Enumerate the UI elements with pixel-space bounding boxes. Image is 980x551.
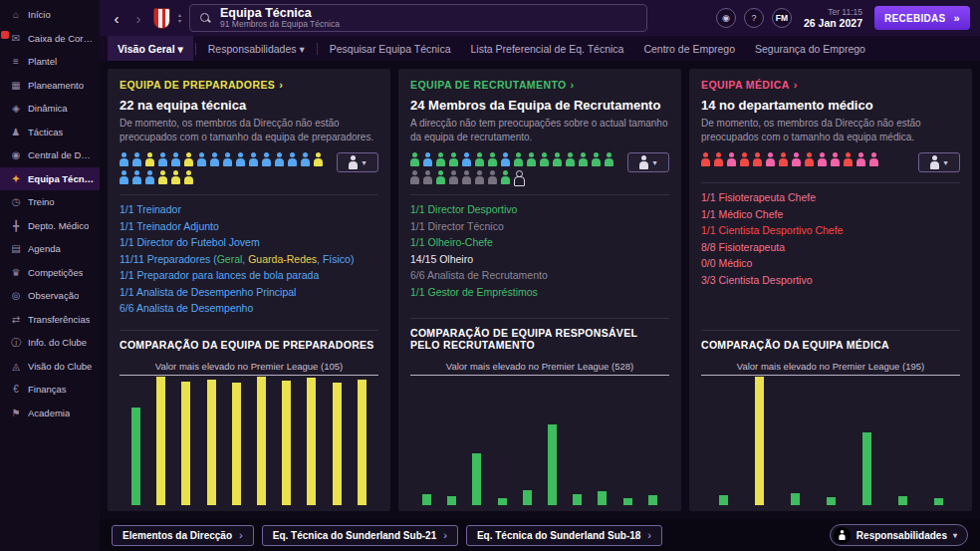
tab-centro-de-emprego[interactable]: Centro de Emprego [633,36,745,61]
club-crest[interactable] [153,8,170,29]
club-switcher[interactable]: ▴ ▾ [178,12,181,24]
staff-role-count[interactable]: 1/1 Olheiro-Chefe [410,236,669,248]
staff-filter-dropdown[interactable]: ▾ [627,152,669,172]
staff-role-count[interactable]: 1/1 Gestor de Empréstimos [410,286,669,298]
sidebar-item-dinamica[interactable]: ◈Dinâmica [0,97,100,121]
back-icon[interactable]: ‹ [110,10,123,27]
staff-person-icon [132,170,141,184]
sidebar-item-central-de-dados[interactable]: ◉Central de Dados [0,143,100,167]
sidebar-item-depto-medico[interactable]: ╋Depto. Médico [0,214,100,238]
page-title: Equipa Técnica [220,6,340,20]
staff-role-count[interactable]: 8/8 Fisioterapeuta [701,241,960,253]
staff-role-count[interactable]: 1/1 Fisioterapeuta Chefe [701,191,960,203]
tab-lista-preferencial-de-eq-tecnica[interactable]: Lista Preferencial de Eq. Técnica [461,36,634,61]
staff-person-icon [158,170,167,184]
staff-role-count[interactable]: 0/0 Médico [701,257,960,269]
role-label-segment: 8/8 Fisioterapeuta [701,241,785,253]
inbox-button[interactable]: RECEBIDAS » [874,6,970,30]
medical-team-heading[interactable]: EQUIPA MÉDICA › [701,79,960,91]
sidebar-item-agenda[interactable]: ▤Agenda [0,237,100,261]
board-members-button[interactable]: Elementos da Direcção › [112,525,254,546]
staff-count: 22 na equipa técnica [120,98,378,113]
staff-icons-row: ▾ [701,152,960,172]
staff-role-count[interactable]: 1/1 Preparador para lances de bola parad… [120,269,378,281]
role-list: 1/1 Director Desportivo1/1 Director Técn… [410,203,669,298]
main-area: ‹ › ▴ ▾ Equipa Técnica 91 Membros da Equ… [100,0,980,551]
sidebar-item-tacticas[interactable]: ♟Tácticas [0,121,100,144]
tab-seguranca-do-emprego[interactable]: Segurança do Emprego [745,36,875,61]
staff-role-count[interactable]: 1/1 Treinador Adjunto [120,220,378,232]
staff-role-count[interactable]: 1/1 Cientista Desportivo Chefe [701,224,960,236]
world-icon[interactable]: ◉ [716,8,736,28]
staff-filter-dropdown[interactable]: ▾ [918,152,960,172]
sidebar-item-caixa-de-correio[interactable]: ✉Caixa de Correio [0,27,100,51]
sidebar-item-transferencias[interactable]: ⇄Transferências [0,308,100,332]
sidebar-item-info-do-clube[interactable]: ⓘInfo. do Clube [0,331,100,355]
inbox-button-label: RECEBIDAS [884,13,946,24]
sidebar-item-label: Depto. Médico [28,220,89,231]
sidebar-item-treino[interactable]: ◷Treino [0,190,100,214]
tab-visao-geral[interactable]: Visão Geral ▾ [108,36,193,61]
coaching-team-heading[interactable]: EQUIPA DE PREPARADORES › [120,79,378,91]
title-block: Equipa Técnica 91 Membros da Equipa Técn… [220,6,340,30]
forward-icon[interactable]: › [131,10,145,27]
staff-role-count[interactable]: 1/1 Treinador [120,203,378,215]
staff-filter-dropdown[interactable]: ▾ [337,152,378,172]
staff-icons-row: ▾ [410,152,669,184]
chevron-right-icon: › [647,529,651,541]
comparison-title: COMPARAÇÃO DA EQUIPA MÉDICA [701,339,960,351]
staff-role-count[interactable]: 14/15 Olheiro [410,253,669,265]
role-label-segment: Físico [323,253,351,265]
divider [701,182,960,183]
chart-max-annotation: Valor mais elevado no Premier League (19… [701,361,960,372]
search-icon[interactable] [200,13,211,24]
staff-role-count[interactable]: 3/3 Cientista Desportivo [701,274,960,286]
sidebar-item-observacao[interactable]: ◎Observação [0,284,100,308]
date-text: 26 Jan 2027 [804,17,862,30]
role-label-segment: 1/1 Gestor de Empréstimos [410,286,538,298]
chart-bar [934,498,943,505]
sidebar-item-competicoes[interactable]: ♛Competições [0,261,100,285]
staff-role-count[interactable]: 6/6 Analista de Desempenho [120,302,378,314]
staff-role-count[interactable]: 1/1 Director Técnico [410,220,669,232]
fm-logo-icon[interactable]: FM [772,8,792,28]
help-icon[interactable]: ? [744,8,764,28]
staff-role-count[interactable]: 1/1 Director do Futebol Jovem [120,236,378,248]
sidebar-item-planeamento[interactable]: ▦Planeamento [0,74,100,98]
divider [120,330,378,331]
title-search-box[interactable]: Equipa Técnica 91 Membros da Equipa Técn… [189,4,647,32]
chart-max-annotation: Valor mais elevado no Premier League (10… [120,361,378,372]
staff-person-icon [792,152,801,166]
staff-role-count[interactable]: 1/1 Director Desportivo [410,203,669,215]
u18-staff-button[interactable]: Eq. Técnica do Sunderland Sub-18 › [466,525,662,546]
sidebar-item-visao-do-clube[interactable]: ◬Visão do Clube [0,355,100,379]
sidebar-item-label: Planeamento [28,80,84,91]
caret-down-icon: ▾ [953,531,957,540]
top-bar: ‹ › ▴ ▾ Equipa Técnica 91 Membros da Equ… [100,0,980,36]
sidebar-item-inicio[interactable]: ⌂Início [0,3,100,27]
staff-person-icon [410,152,419,166]
tab-responsabilidades[interactable]: Responsabilidades ▾ [198,36,315,61]
staff-role-count[interactable]: 11/11 Preparadores (Geral, Guarda-Redes,… [120,253,378,265]
panel-recruitment-team: EQUIPA DE RECRUTAMENTO › 24 Membros da E… [398,69,681,511]
role-label-segment: 1/1 Olheiro-Chefe [410,236,493,248]
staff-role-count[interactable]: 1/1 Médico Chefe [701,208,960,220]
staff-role-count[interactable]: 1/1 Analista de Desempenho Principal [120,286,378,298]
sidebar-item-plantel[interactable]: ≡Plantel [0,50,100,74]
sidebar-item-financas[interactable]: €Finanças [0,378,100,402]
u21-staff-button[interactable]: Eq. Técnica do Sunderland Sub-21 › [262,525,458,546]
staff-role-count[interactable]: 6/6 Analista de Recrutamento [410,269,669,281]
tactics-icon: ♟ [10,127,22,138]
tab-pesquisar-equipa-tecnica[interactable]: Pesquisar Equipa Técnica [320,36,461,61]
staff-person-icon [475,152,484,166]
responsibilities-dropdown[interactable]: Responsabilidades ▾ [830,524,968,546]
panel-coaching-team: EQUIPA DE PREPARADORES › 22 na equipa té… [108,69,390,511]
staff-person-icon [236,152,245,166]
panel-heading-label: EQUIPA DE RECRUTAMENTO [410,79,567,91]
chart-bar [862,432,871,505]
sidebar-item-academia[interactable]: ⚑Academia [0,402,100,425]
staff-person-icon [844,152,853,166]
staff-person-icon [701,152,710,166]
recruitment-team-heading[interactable]: EQUIPA DE RECRUTAMENTO › [410,79,669,91]
sidebar-item-equipa-tecnica[interactable]: ✦Equipa Técnica [0,167,100,191]
